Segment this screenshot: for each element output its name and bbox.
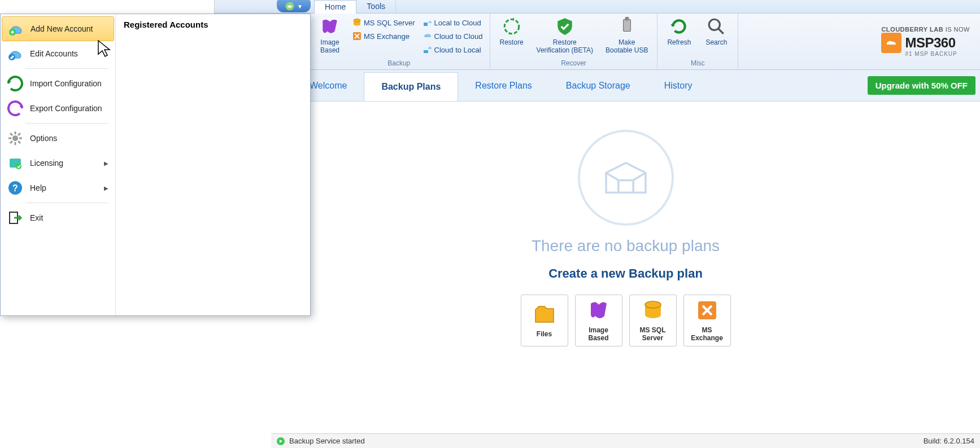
- ribbon-refresh-button[interactable]: Refresh: [662, 16, 696, 47]
- menu-licensing-label: Licensing: [30, 159, 63, 168]
- svg-point-26: [16, 164, 21, 169]
- plan-button-image-label: Image Based: [588, 326, 608, 342]
- brand-top-b: IS NOW: [946, 26, 970, 33]
- ribbon-restore-button[interactable]: Restore: [495, 16, 529, 56]
- ribbon-refresh-label: Refresh: [667, 38, 691, 46]
- svg-text:?: ?: [12, 183, 18, 193]
- menu-help[interactable]: ? Help ▶: [1, 175, 115, 200]
- menu-help-label: Help: [30, 183, 46, 192]
- plan-button-sql-label: MS SQL Server: [639, 326, 665, 342]
- menu-exit[interactable]: Exit: [1, 205, 115, 230]
- registered-accounts-panel: Registered Accounts: [116, 14, 310, 315]
- menu-edit-accounts[interactable]: Edit Accounts: [1, 41, 115, 66]
- plan-button-ms-sql[interactable]: MS SQL Server: [629, 295, 677, 346]
- svg-rect-7: [623, 19, 630, 31]
- ribbon-group-recover-label: Recover: [495, 59, 653, 68]
- empty-title: There are no backup plans: [532, 237, 720, 255]
- menu-add-account-label: Add New Account: [31, 24, 93, 33]
- plan-button-exchange-label: MS Exchange: [691, 326, 723, 342]
- subnav-backup-plans[interactable]: Backup Plans: [364, 72, 458, 101]
- status-text: Backup Service started: [289, 437, 365, 445]
- ribbon-ms-exchange-label: MS Exchange: [364, 32, 410, 41]
- subnav-welcome[interactable]: Welcome: [308, 70, 364, 101]
- chevron-down-icon: ▼: [297, 3, 303, 10]
- svg-line-23: [10, 141, 12, 143]
- ribbon-cloud-to-cloud-label: Cloud to Cloud: [434, 32, 483, 41]
- menu-import-config[interactable]: Import Configuration: [1, 71, 115, 96]
- registered-accounts-header: Registered Accounts: [124, 20, 302, 29]
- svg-rect-5: [424, 50, 428, 53]
- create-backup-plan-link[interactable]: Create a new Backup plan: [548, 266, 703, 281]
- subnav-history[interactable]: History: [647, 70, 709, 101]
- plan-button-files[interactable]: Files: [521, 295, 568, 346]
- ribbon-group-misc-label: Misc: [662, 59, 733, 68]
- menu-exit-label: Exit: [30, 213, 43, 222]
- svg-line-10: [719, 29, 724, 34]
- menu-licensing[interactable]: Licensing ▶: [1, 151, 115, 175]
- menu-edit-accounts-label: Edit Accounts: [30, 49, 78, 58]
- ribbon-local-to-cloud-button[interactable]: Local to Cloud: [421, 17, 485, 28]
- ribbon-search-button[interactable]: Search: [699, 16, 733, 47]
- ribbon-toolbar: Image Based MS SQL Server MS Exchange Lo…: [308, 14, 980, 70]
- ribbon-make-usb-label: Make Bootable USB: [606, 38, 648, 55]
- empty-inbox-icon: [578, 130, 674, 226]
- build-label: Build: 6.2.0.154: [924, 437, 974, 445]
- plan-button-ms-exchange[interactable]: MS Exchange: [683, 295, 731, 346]
- svg-rect-8: [625, 17, 629, 20]
- brand-logo-area: CLOUDBERRY LAB IS NOW MSP360 #1 MSP BACK…: [871, 14, 980, 69]
- subnav-backup-storage[interactable]: Backup Storage: [549, 70, 647, 101]
- ribbon-ms-sql-label: MS SQL Server: [364, 19, 415, 27]
- ribbon-cloud-to-local-label: Cloud to Local: [434, 46, 481, 54]
- ribbon-search-label: Search: [705, 38, 727, 46]
- svg-line-24: [18, 133, 20, 135]
- ribbon-group-backup-label: Backup: [313, 59, 485, 68]
- svg-line-22: [18, 141, 20, 143]
- menu-options-label: Options: [30, 134, 57, 143]
- ribbon-local-to-cloud-label: Local to Cloud: [434, 19, 481, 27]
- chevron-right-icon: ▶: [104, 160, 108, 166]
- ribbon-restore-verification-button[interactable]: Restore Verification (BETA): [532, 16, 598, 56]
- tab-home[interactable]: Home: [314, 0, 356, 14]
- status-bar: Backup Service started Build: 6.2.0.154: [271, 433, 980, 448]
- svg-line-21: [10, 133, 12, 135]
- subnav-restore-plans[interactable]: Restore Plans: [458, 70, 549, 101]
- menu-export-config[interactable]: Export Configuration: [1, 96, 115, 121]
- menu-import-label: Import Configuration: [30, 79, 102, 88]
- ribbon-cloud-to-cloud-button[interactable]: Cloud to Cloud: [421, 30, 485, 42]
- ribbon-ms-exchange-button[interactable]: MS Exchange: [350, 30, 417, 42]
- ribbon-make-usb-button[interactable]: Make Bootable USB: [601, 16, 652, 56]
- upgrade-button[interactable]: Upgrade with 50% OFF: [868, 76, 975, 95]
- ribbon-image-based-button[interactable]: Image Based: [313, 16, 347, 56]
- menu-add-new-account[interactable]: Add New Account: [2, 16, 114, 41]
- brand-name: MSP360: [905, 35, 955, 51]
- main-content: There are no backup plans Create a new B…: [271, 102, 980, 433]
- brand-subtitle: #1 MSP BACKUP: [905, 51, 957, 57]
- brand-top-a: CLOUDBERRY LAB: [881, 26, 943, 33]
- menu-export-label: Export Configuration: [30, 104, 102, 113]
- app-menu-orb-button[interactable]: ▼: [277, 0, 311, 12]
- menu-options[interactable]: Options: [1, 126, 115, 151]
- ribbon-restore-verification-label: Restore Verification (BETA): [537, 38, 593, 55]
- ribbon-cloud-to-local-button[interactable]: Cloud to Local: [421, 44, 485, 55]
- app-menu-dropdown: Add New Account Edit Accounts Import Con…: [0, 14, 311, 316]
- ribbon-image-based-label: Image Based: [320, 38, 339, 55]
- tab-tools[interactable]: Tools: [356, 0, 396, 14]
- svg-point-16: [12, 135, 18, 141]
- sub-navigation: Welcome Backup Plans Restore Plans Backu…: [308, 70, 980, 102]
- ribbon-restore-label: Restore: [500, 38, 524, 46]
- brand-logo-icon: [881, 33, 901, 53]
- svg-point-6: [504, 19, 519, 34]
- service-running-icon: [277, 437, 285, 445]
- plan-button-files-label: Files: [537, 330, 552, 338]
- svg-rect-4: [424, 23, 428, 26]
- chevron-right-icon: ▶: [104, 185, 108, 191]
- svg-point-9: [709, 19, 720, 30]
- plan-button-image-based[interactable]: Image Based: [575, 295, 622, 346]
- ribbon-ms-sql-button[interactable]: MS SQL Server: [350, 17, 417, 28]
